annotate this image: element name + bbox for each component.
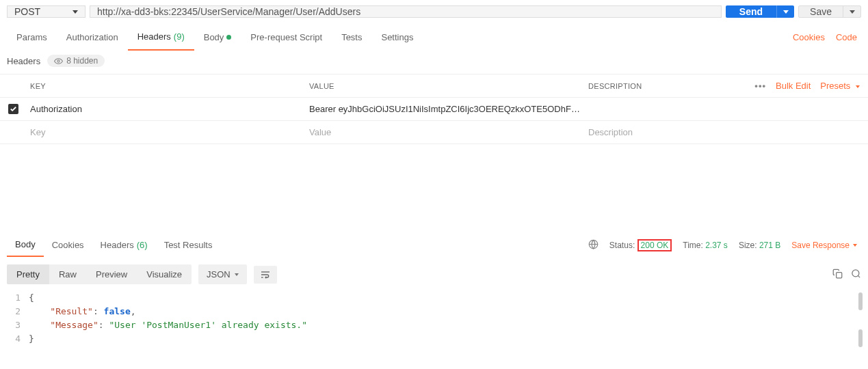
send-button-group: Send bbox=[726, 5, 794, 18]
bulk-edit-link[interactable]: Bulk Edit bbox=[776, 81, 811, 91]
body-toolbar: Pretty Raw Preview Visualize JSON bbox=[0, 258, 868, 291]
send-dropdown[interactable] bbox=[776, 5, 794, 18]
tab-tests[interactable]: Tests bbox=[332, 23, 371, 51]
save-response-label: Save Response bbox=[791, 241, 850, 250]
table-row[interactable]: Authorization Bearer eyJhbGciOiJSUzI1NiI… bbox=[0, 98, 868, 121]
status-field: Status: 200 OK bbox=[609, 241, 672, 250]
eye-icon bbox=[54, 57, 63, 66]
scrollbar-thumb[interactable] bbox=[858, 292, 863, 310]
cookies-link[interactable]: Cookies bbox=[793, 32, 825, 42]
code-link[interactable]: Code bbox=[836, 32, 857, 42]
header-desc-input[interactable]: Description bbox=[584, 127, 739, 137]
hidden-headers-label: 8 hidden bbox=[66, 56, 98, 66]
resp-tab-headers[interactable]: Headers (6) bbox=[92, 233, 156, 257]
resp-tab-headers-count: (6) bbox=[137, 240, 148, 250]
body-indicator-icon bbox=[226, 35, 231, 40]
tab-params[interactable]: Params bbox=[7, 23, 57, 51]
save-response-dropdown[interactable]: Save Response bbox=[791, 241, 857, 250]
time-label: Time: bbox=[683, 241, 703, 250]
presets-dropdown[interactable]: Presets bbox=[820, 81, 860, 91]
headers-table-head: KEY VALUE DESCRIPTION ••• Bulk Edit Pres… bbox=[0, 74, 868, 98]
tab-settings[interactable]: Settings bbox=[371, 23, 423, 51]
row-checkbox[interactable] bbox=[8, 104, 18, 114]
request-url-input[interactable]: http://xa-dd3-bks:22345/UserService/Mana… bbox=[90, 5, 722, 18]
chevron-down-icon bbox=[853, 244, 857, 247]
request-url-value: http://xa-dd3-bks:22345/UserService/Mana… bbox=[97, 6, 360, 17]
send-button[interactable]: Send bbox=[726, 5, 776, 18]
copy-icon[interactable] bbox=[832, 269, 843, 281]
http-method-select[interactable]: POST bbox=[7, 5, 86, 18]
view-raw[interactable]: Raw bbox=[49, 264, 86, 284]
view-visualize[interactable]: Visualize bbox=[137, 264, 192, 284]
tab-headers-count: (9) bbox=[174, 31, 185, 42]
save-button[interactable]: Save bbox=[799, 6, 843, 17]
resp-tab-cookies[interactable]: Cookies bbox=[44, 233, 92, 257]
time-value: 2.37 s bbox=[705, 241, 728, 250]
search-icon[interactable] bbox=[851, 269, 861, 281]
tab-pre-request-script[interactable]: Pre-request Script bbox=[241, 23, 332, 51]
size-value: 271 B bbox=[759, 241, 780, 250]
status-label: Status: bbox=[609, 241, 635, 250]
header-value-input[interactable]: Value bbox=[305, 127, 584, 137]
format-json-label: JSON bbox=[207, 269, 231, 279]
chevron-down-icon bbox=[856, 85, 860, 88]
tab-body-label: Body bbox=[204, 32, 224, 42]
tab-headers-label: Headers bbox=[137, 31, 171, 42]
more-options-icon[interactable]: ••• bbox=[754, 81, 766, 91]
wrap-lines-button[interactable] bbox=[254, 266, 277, 284]
scrollbar-thumb[interactable] bbox=[858, 329, 863, 347]
wrap-icon bbox=[259, 269, 272, 280]
chevron-down-icon bbox=[850, 10, 855, 14]
col-key: KEY bbox=[26, 82, 305, 90]
col-value: VALUE bbox=[305, 82, 584, 90]
save-button-group: Save bbox=[798, 5, 861, 18]
resp-tab-body[interactable]: Body bbox=[7, 233, 44, 257]
headers-table: KEY VALUE DESCRIPTION ••• Bulk Edit Pres… bbox=[0, 74, 868, 144]
line-number: 1 bbox=[7, 291, 29, 305]
time-field: Time: 2.37 s bbox=[683, 241, 728, 250]
line-number: 3 bbox=[7, 318, 29, 332]
size-field: Size: 271 B bbox=[739, 241, 780, 250]
resp-tab-test-results[interactable]: Test Results bbox=[156, 233, 221, 257]
http-method-value: POST bbox=[14, 6, 40, 17]
line-content: { bbox=[29, 291, 34, 305]
size-label: Size: bbox=[739, 241, 757, 250]
format-select[interactable]: JSON bbox=[198, 264, 247, 284]
header-key-input[interactable]: Authorization bbox=[26, 104, 305, 114]
save-dropdown[interactable] bbox=[843, 6, 860, 17]
request-tabs: Params Authorization Headers (9) Body Pr… bbox=[0, 23, 868, 51]
line-content: } bbox=[29, 332, 34, 346]
response-body-viewer[interactable]: 1{2 "Result": false,3 "Message": "User '… bbox=[0, 291, 868, 353]
svg-point-6 bbox=[852, 269, 859, 276]
code-line: 1{ bbox=[7, 291, 861, 305]
globe-icon[interactable] bbox=[588, 239, 599, 251]
tab-headers[interactable]: Headers (9) bbox=[128, 23, 194, 51]
status-value: 200 OK bbox=[637, 239, 672, 251]
request-right-links: Cookies Code bbox=[793, 32, 861, 42]
hidden-headers-chip[interactable]: 8 hidden bbox=[47, 55, 105, 67]
col-description: DESCRIPTION bbox=[584, 82, 754, 90]
chevron-down-icon bbox=[73, 10, 78, 14]
svg-rect-5 bbox=[837, 272, 842, 277]
line-number: 2 bbox=[7, 305, 29, 318]
code-line: 3 "Message": "User 'PostManUser1' alread… bbox=[7, 318, 861, 332]
headers-title: Headers bbox=[7, 56, 40, 66]
view-preview[interactable]: Preview bbox=[86, 264, 137, 284]
header-key-input[interactable]: Key bbox=[26, 127, 305, 137]
svg-point-0 bbox=[57, 59, 60, 62]
line-content: "Message": "User 'PostManUser1' already … bbox=[29, 318, 307, 332]
chevron-down-icon bbox=[235, 273, 239, 276]
code-line: 2 "Result": false, bbox=[7, 305, 861, 318]
chevron-down-icon bbox=[783, 10, 789, 14]
response-tabs: Body Cookies Headers (6) Test Results St… bbox=[0, 233, 868, 258]
presets-label: Presets bbox=[820, 81, 850, 91]
view-mode-group: Pretty Raw Preview Visualize bbox=[7, 264, 192, 284]
view-pretty[interactable]: Pretty bbox=[7, 264, 49, 284]
tab-body[interactable]: Body bbox=[194, 23, 241, 51]
tab-authorization[interactable]: Authorization bbox=[57, 23, 128, 51]
resp-tab-headers-label: Headers bbox=[101, 240, 134, 250]
table-row-new[interactable]: Key Value Description bbox=[0, 121, 868, 144]
line-number: 4 bbox=[7, 332, 29, 346]
code-line: 4} bbox=[7, 332, 861, 346]
header-value-input[interactable]: Bearer eyJhbGciOiJSUzI1NiIsImtpZCI6Ijc3O… bbox=[305, 104, 584, 114]
